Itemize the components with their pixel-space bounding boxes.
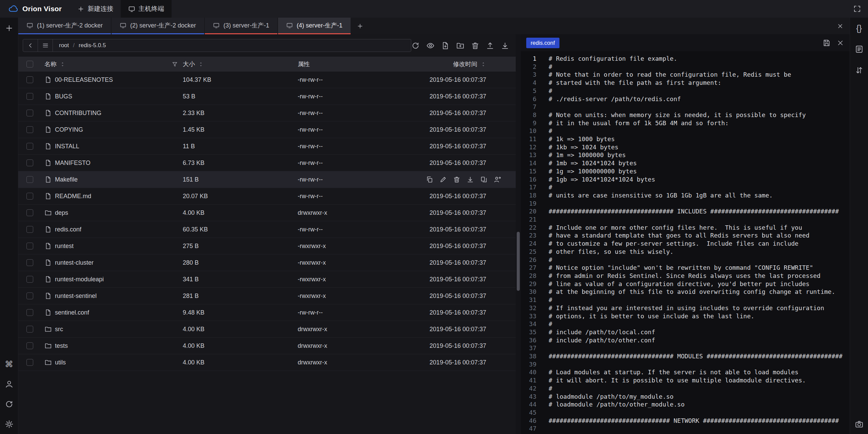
file-name[interactable]: utils	[55, 359, 66, 366]
file-name[interactable]: runtest-moduleapi	[55, 276, 104, 283]
file-name[interactable]: src	[55, 326, 63, 333]
line-text: # 1gb => 1024*1024*1024 bytes	[536, 175, 655, 184]
table-row[interactable]: runtest-sentinel281 B-rwxrwxr-x2019-05-1…	[18, 288, 516, 304]
row-checkbox[interactable]	[26, 76, 33, 83]
table-row[interactable]: deps4.00 KBdrwxrwxr-x2019-05-16 00:07:37	[18, 205, 516, 221]
trash-icon[interactable]	[453, 176, 460, 183]
path-list-button[interactable]	[38, 39, 53, 52]
row-checkbox[interactable]	[26, 209, 33, 216]
file-name[interactable]: tests	[55, 342, 68, 350]
row-checkbox[interactable]	[26, 110, 33, 116]
row-checkbox[interactable]	[26, 93, 33, 100]
row-checkbox[interactable]	[26, 276, 33, 283]
fullscreen-button[interactable]	[846, 0, 868, 18]
table-row[interactable]: Makefile151 B-rw-rw-r--	[18, 171, 516, 188]
download-icon[interactable]	[501, 41, 509, 50]
back-button[interactable]	[23, 39, 38, 52]
table-row[interactable]: BUGS53 B-rw-rw-r--2019-05-16 00:07:37	[18, 88, 516, 105]
row-checkbox[interactable]	[26, 126, 33, 133]
file-name[interactable]: 00-RELEASENOTES	[55, 76, 113, 83]
camera-icon[interactable]	[855, 420, 864, 429]
braces-icon[interactable]: {}	[855, 24, 864, 33]
file-name[interactable]: INSTALL	[55, 143, 79, 150]
user-icon[interactable]	[5, 380, 14, 389]
scrollbar-thumb[interactable]	[517, 232, 520, 291]
new-file-icon[interactable]	[441, 41, 450, 50]
table-row[interactable]: COPYING1.45 KB-rw-rw-r--2019-05-16 00:07…	[18, 121, 516, 138]
file-name[interactable]: README.md	[55, 193, 91, 200]
swap-vertical-icon[interactable]	[855, 66, 864, 75]
copy-icon[interactable]	[426, 176, 433, 183]
duplicate-icon[interactable]	[480, 176, 488, 183]
row-checkbox[interactable]	[26, 359, 33, 366]
file-name[interactable]: redis.conf	[55, 226, 81, 233]
breadcrumb-root[interactable]: root	[59, 42, 69, 49]
upload-icon[interactable]	[486, 41, 494, 50]
code-editor[interactable]: 1# Redis configuration file example.2#3#…	[521, 51, 850, 434]
file-name[interactable]: BUGS	[55, 93, 72, 100]
sort-mtime-icon[interactable]	[480, 61, 486, 67]
file-name[interactable]: runtest-cluster	[55, 259, 94, 266]
row-checkbox[interactable]	[26, 309, 33, 316]
terminal-tab[interactable]: (1) server-生产-2 docker	[18, 18, 111, 34]
file-name[interactable]: deps	[55, 209, 68, 216]
filter-icon[interactable]	[172, 61, 178, 68]
row-checkbox[interactable]	[26, 293, 33, 299]
new-folder-icon[interactable]	[456, 41, 465, 50]
file-name[interactable]: sentinel.conf	[55, 309, 89, 316]
table-row[interactable]: src4.00 KBdrwxrwxr-x2019-05-16 00:07:37	[18, 321, 516, 338]
new-connection-button[interactable]: 新建连接	[70, 0, 121, 18]
table-row[interactable]: CONTRIBUTING2.33 KB-rw-rw-r--2019-05-16 …	[18, 105, 516, 121]
transfer-user-icon[interactable]	[494, 176, 501, 183]
host-terminal-tab[interactable]: 主机终端	[121, 0, 172, 18]
row-checkbox[interactable]	[26, 326, 33, 333]
gear-icon[interactable]	[5, 420, 14, 429]
row-checkbox[interactable]	[26, 159, 33, 166]
table-row[interactable]: 00-RELEASENOTES104.37 KB-rw-rw-r--2019-0…	[18, 72, 516, 88]
row-checkbox[interactable]	[26, 176, 33, 183]
form-icon[interactable]	[855, 45, 864, 54]
plus-icon[interactable]	[5, 24, 14, 33]
row-checkbox[interactable]	[26, 193, 33, 200]
sort-size-icon[interactable]	[198, 61, 204, 67]
table-row[interactable]: runtest275 B-rwxrwxr-x2019-05-16 00:07:3…	[18, 238, 516, 254]
row-checkbox[interactable]	[26, 143, 33, 150]
eye-icon[interactable]	[426, 41, 435, 50]
edit-icon[interactable]	[439, 176, 447, 183]
table-row[interactable]: tests4.00 KBdrwxrwxr-x2019-05-16 00:07:3…	[18, 338, 516, 354]
row-checkbox[interactable]	[26, 226, 33, 233]
sort-name-icon[interactable]	[60, 61, 65, 67]
close-all-tabs-button[interactable]	[831, 18, 850, 34]
table-row[interactable]: utils4.00 KBdrwxrwxr-x2019-05-16 00:07:3…	[18, 354, 516, 371]
table-row[interactable]: runtest-cluster280 B-rwxrwxr-x2019-05-16…	[18, 254, 516, 271]
table-row[interactable]: INSTALL11 B-rw-rw-r--2019-05-16 00:07:37	[18, 138, 516, 155]
editor-tab-redis-conf[interactable]: redis.conf	[526, 38, 559, 48]
refresh-icon[interactable]	[411, 41, 420, 50]
file-name[interactable]: Makefile	[55, 176, 78, 183]
table-row[interactable]: runtest-moduleapi341 B-rwxrwxr-x2019-05-…	[18, 271, 516, 288]
table-row[interactable]: sentinel.conf9.48 KB-rw-rw-r--2019-05-16…	[18, 304, 516, 321]
table-row[interactable]: MANIFESTO6.73 KB-rw-rw-r--2019-05-16 00:…	[18, 155, 516, 171]
sync-icon[interactable]	[5, 400, 14, 409]
terminal-tab[interactable]: (4) server-生产-1	[278, 18, 351, 34]
file-name[interactable]: runtest	[55, 243, 74, 250]
file-name[interactable]: MANIFESTO	[55, 159, 91, 167]
row-checkbox[interactable]	[26, 259, 33, 266]
terminal-tab[interactable]: (3) server-生产-1	[205, 18, 277, 34]
add-terminal-tab-button[interactable]	[351, 18, 369, 34]
file-name[interactable]: COPYING	[55, 126, 83, 133]
row-checkbox[interactable]	[26, 342, 33, 349]
download-icon[interactable]	[467, 176, 474, 183]
file-name[interactable]: runtest-sentinel	[55, 293, 97, 300]
file-name[interactable]: CONTRIBUTING	[55, 110, 101, 117]
command-icon[interactable]: ⌘	[5, 360, 14, 369]
save-icon[interactable]	[823, 39, 830, 47]
row-checkbox[interactable]	[26, 243, 33, 249]
table-row[interactable]: README.md20.07 KB-rw-rw-r--2019-05-16 00…	[18, 188, 516, 205]
select-all-checkbox[interactable]	[26, 61, 33, 68]
breadcrumb-current-dir[interactable]: redis-5.0.5	[79, 42, 106, 49]
trash-icon[interactable]	[471, 41, 479, 50]
table-row[interactable]: redis.conf60.35 KB-rw-rw-r--2019-05-16 0…	[18, 221, 516, 238]
terminal-tab[interactable]: (2) server-生产-2 docker	[112, 18, 204, 34]
editor-close-icon[interactable]	[836, 39, 844, 47]
